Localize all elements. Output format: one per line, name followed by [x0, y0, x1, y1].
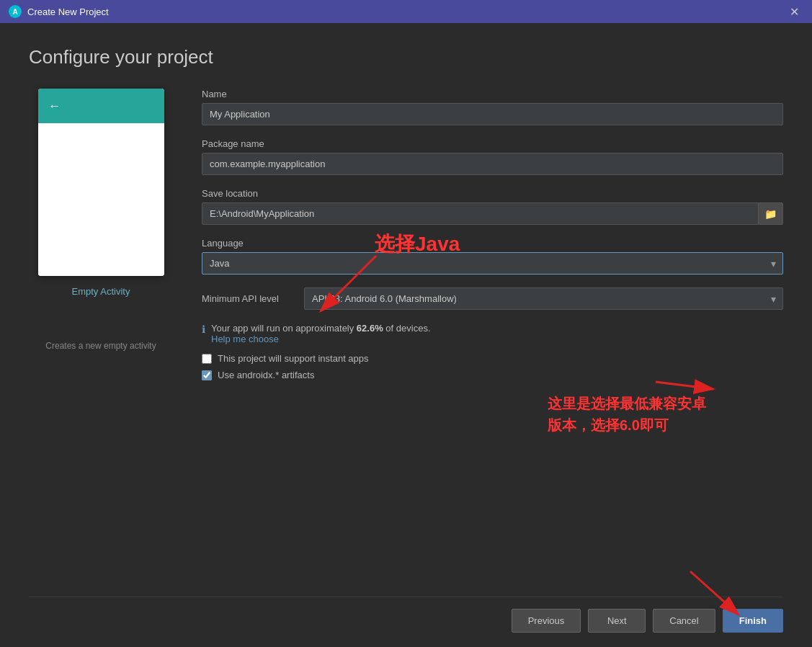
preview-card-body [38, 123, 164, 276]
app-icon: A [9, 5, 22, 18]
browse-button[interactable]: 📁 [759, 202, 783, 225]
api-level-row: Minimum API level API 16: Android 4.1 (J… [202, 287, 783, 310]
close-button[interactable]: ✕ [785, 4, 803, 20]
activity-label: Empty Activity [72, 286, 130, 297]
language-field-group: Language Kotlin Java [202, 238, 783, 275]
save-location-input[interactable] [202, 202, 759, 225]
artifacts-checkbox-row: Use androidx.* artifacts [202, 370, 783, 380]
api-select-wrapper: API 16: Android 4.1 (Jelly Bean) API 17:… [304, 287, 783, 310]
name-field-group: Name [202, 89, 783, 125]
info-text: Your app will run on approximately 62.6%… [211, 323, 431, 344]
content-area: ← Empty Activity Creates a new empty act… [29, 89, 783, 597]
artifacts-checkbox[interactable] [202, 370, 212, 380]
right-panel: Name Package name Save location 📁 [202, 89, 783, 597]
save-location-input-row: 📁 [202, 202, 783, 225]
preview-card-header: ← [38, 89, 164, 123]
artifacts-label[interactable]: Use androidx.* artifacts [218, 370, 314, 380]
page-title: Configure your project [29, 46, 783, 68]
language-label: Language [202, 238, 783, 249]
api-level-select[interactable]: API 16: Android 4.1 (Jelly Bean) API 17:… [304, 287, 783, 310]
next-button[interactable]: Next [588, 609, 646, 633]
title-bar: A Create New Project ✕ [0, 0, 812, 23]
language-select[interactable]: Kotlin Java [202, 252, 783, 275]
api-level-label: Minimum API level [202, 293, 295, 304]
instant-apps-checkbox-row: This project will support instant apps [202, 353, 783, 364]
instant-apps-label[interactable]: This project will support instant apps [218, 353, 369, 364]
save-location-field-group: Save location 📁 [202, 188, 783, 225]
instant-apps-checkbox[interactable] [202, 354, 212, 364]
bottom-bar: Previous Next Cancel Finish [29, 597, 783, 633]
main-container: Configure your project ← Empty Activity … [0, 23, 812, 647]
activity-description: Creates a new empty activity [45, 340, 156, 352]
back-arrow-icon: ← [48, 99, 61, 114]
activity-preview-card: ← [38, 89, 164, 276]
language-select-wrapper: Kotlin Java [202, 252, 783, 275]
save-location-label: Save location [202, 188, 783, 199]
package-input[interactable] [202, 153, 783, 175]
name-input[interactable] [202, 103, 783, 125]
cancel-button[interactable]: Cancel [653, 609, 715, 633]
package-label: Package name [202, 138, 783, 149]
help-link[interactable]: Help me choose [211, 334, 279, 344]
info-icon: ℹ [202, 324, 205, 335]
info-box: ℹ Your app will run on approximately 62.… [202, 323, 783, 344]
package-field-group: Package name [202, 138, 783, 175]
name-label: Name [202, 89, 783, 99]
previous-button[interactable]: Previous [512, 609, 581, 633]
finish-button[interactable]: Finish [723, 609, 783, 633]
title-bar-text: Create New Project [27, 6, 109, 17]
left-panel: ← Empty Activity Creates a new empty act… [29, 89, 173, 597]
